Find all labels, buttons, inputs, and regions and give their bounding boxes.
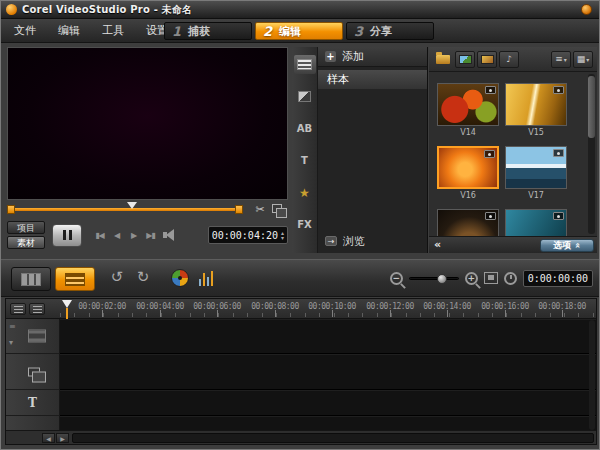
- video-badge-icon: [553, 86, 564, 94]
- video-track-lane[interactable]: [60, 319, 596, 354]
- step-label: 编辑: [279, 24, 301, 39]
- nav-title-button[interactable]: AB: [294, 119, 316, 138]
- transition-icon: [298, 91, 311, 102]
- gallery-scrollbar[interactable]: [588, 74, 595, 234]
- storyboard-view-button[interactable]: [11, 267, 51, 291]
- zoom-slider[interactable]: [409, 277, 459, 280]
- project-duration-button[interactable]: [504, 272, 517, 285]
- add-folder-button[interactable]: + 添加: [318, 47, 427, 67]
- clip-mode-button[interactable]: 素材: [7, 236, 45, 249]
- tab-capture[interactable]: 1 捕获: [164, 22, 252, 40]
- track-list-button[interactable]: [29, 303, 45, 315]
- ruler-label: 00:00:12:00: [366, 302, 414, 311]
- scroll-left-button[interactable]: ◀: [42, 433, 55, 443]
- volume-icon[interactable]: [161, 227, 177, 243]
- pause-icon: [63, 230, 72, 240]
- zoom-slider-knob[interactable]: [437, 274, 447, 284]
- nav-filter-button[interactable]: FX: [294, 215, 316, 234]
- menubar: 文件 编辑 工具 设置 1 捕获 2 编辑 3 分享: [1, 19, 599, 43]
- home-button[interactable]: ▮◀: [91, 227, 108, 244]
- show-audio-button[interactable]: ♪: [499, 51, 519, 68]
- ruler-label: 00:00:16:00: [481, 302, 529, 311]
- plus-icon: +: [325, 51, 336, 62]
- sort-view-button[interactable]: ▦▾: [573, 51, 593, 68]
- list-view-button[interactable]: ≡▾: [551, 51, 571, 68]
- trim-handle-left[interactable]: [7, 205, 15, 214]
- split-clip-button[interactable]: ✂: [253, 203, 267, 216]
- menu-edit[interactable]: 编辑: [47, 19, 91, 42]
- project-mode-button[interactable]: 项目: [7, 221, 45, 234]
- timecode-steppers[interactable]: ▴ ▾: [281, 230, 284, 240]
- scrub-marker[interactable]: [127, 202, 137, 214]
- titlebar[interactable]: Corel VideoStudio Pro - 未命名: [1, 1, 599, 19]
- thumbnail-v14[interactable]: [437, 83, 499, 126]
- nav-graphic-button[interactable]: ★: [294, 183, 316, 202]
- timeline-playhead[interactable]: [62, 300, 73, 319]
- zoom-out-button[interactable]: −: [390, 272, 403, 285]
- trim-track[interactable]: [9, 208, 241, 211]
- timeline-view-button[interactable]: [55, 267, 95, 291]
- chevron-down-icon[interactable]: ▾: [9, 339, 13, 347]
- photo-filter-icon: [481, 55, 494, 64]
- browse-arrow-icon: →: [325, 236, 337, 246]
- title-track-header[interactable]: T: [6, 390, 60, 416]
- prev-frame-button[interactable]: ◀: [108, 227, 125, 244]
- thumbnail-v17[interactable]: [505, 146, 567, 189]
- music-note-icon: ♪: [506, 54, 512, 64]
- title-track-row: T: [6, 390, 596, 416]
- ruler-label: 00:00:18:00: [538, 302, 586, 311]
- tab-share[interactable]: 3 分享: [346, 22, 434, 40]
- thumbnail-label: V14: [437, 128, 499, 137]
- video-track-button[interactable]: [28, 330, 46, 343]
- sound-mixer-button[interactable]: [199, 270, 219, 286]
- menu-file[interactable]: 文件: [3, 19, 47, 42]
- vertical-scrollbar[interactable]: [589, 320, 595, 430]
- library-item-sample[interactable]: 样本: [318, 70, 427, 89]
- window-control-button[interactable]: [581, 4, 592, 15]
- scroll-right-button[interactable]: ▶: [56, 433, 69, 443]
- step-label: 捕获: [188, 24, 210, 39]
- thumbnail-v16-selected[interactable]: [437, 146, 499, 189]
- chevron-up-icon: «: [572, 243, 583, 249]
- browse-button[interactable]: → 浏览: [318, 232, 427, 250]
- collapse-panel-button[interactable]: «: [434, 238, 441, 251]
- nav-media-button[interactable]: [294, 55, 316, 74]
- thumbnail-label: V17: [505, 191, 567, 200]
- tab-edit[interactable]: 2 编辑: [255, 22, 343, 40]
- fit-project-button[interactable]: [484, 272, 498, 284]
- nav-transition-button[interactable]: [294, 87, 316, 106]
- pause-button[interactable]: [52, 224, 82, 247]
- options-button[interactable]: 选项 «: [540, 239, 594, 252]
- show-photos-button[interactable]: [477, 51, 497, 68]
- undo-button[interactable]: ↺: [107, 268, 127, 286]
- thumbnail-v15[interactable]: [505, 83, 567, 126]
- options-label: 选项: [553, 240, 571, 251]
- video-track-header[interactable]: ≡ ▾: [6, 319, 60, 354]
- horizontal-scrollbar[interactable]: [72, 433, 594, 443]
- stepper-down-icon[interactable]: ▾: [281, 235, 284, 240]
- step-tabs: 1 捕获 2 编辑 3 分享: [164, 22, 434, 40]
- library-folder-button[interactable]: [433, 51, 453, 68]
- overlay-track-button[interactable]: [28, 367, 40, 376]
- zoom-in-button[interactable]: +: [465, 272, 478, 285]
- timeline-ruler[interactable]: 00:00:02:00 00:00:04:00 00:00:06:00 00:0…: [60, 299, 596, 318]
- title-track-lane[interactable]: [60, 390, 596, 416]
- next-frame-button[interactable]: ▶: [125, 227, 142, 244]
- video-badge-icon: [485, 212, 496, 220]
- trim-handle-right[interactable]: [235, 205, 243, 214]
- playback-controls: 项目 素材 ▮◀ ◀ ▶ ▶▮ 00:00:04:20 ▴ ▾: [7, 218, 288, 252]
- timeline-tracks: ≡ ▾ T: [6, 319, 596, 432]
- record-capture-button[interactable]: [171, 269, 189, 287]
- title-track-button[interactable]: T: [28, 396, 37, 410]
- end-button[interactable]: ▶▮: [142, 227, 159, 244]
- overlay-track-lane[interactable]: [60, 354, 596, 390]
- menu-tools[interactable]: 工具: [91, 19, 135, 42]
- app-window: Corel VideoStudio Pro - 未命名 文件 编辑 工具 设置 …: [0, 0, 600, 450]
- enlarge-preview-button[interactable]: [272, 204, 282, 213]
- redo-button[interactable]: ↻: [133, 268, 153, 286]
- track-manager-button[interactable]: [10, 303, 26, 315]
- nav-subtitle-button[interactable]: T: [294, 151, 316, 170]
- show-videos-button[interactable]: [455, 51, 475, 68]
- overlay-track-header[interactable]: [6, 354, 60, 390]
- track-options-icon[interactable]: ≡: [9, 323, 16, 331]
